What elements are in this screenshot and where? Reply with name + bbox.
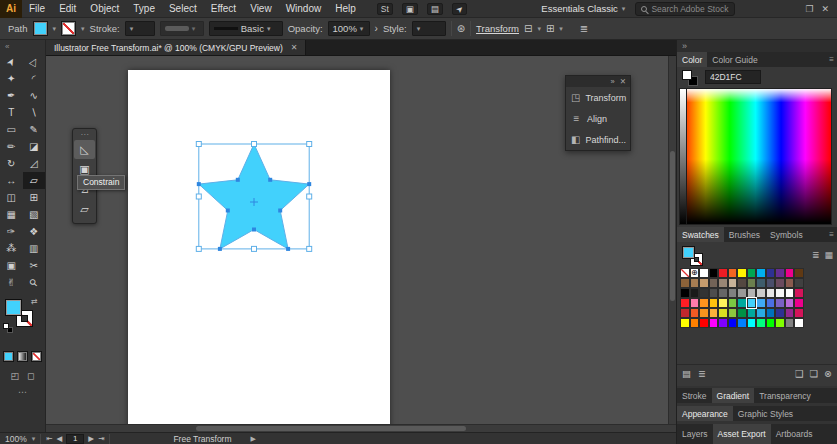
- toolbar-fill-swatch[interactable]: [5, 299, 22, 316]
- collapse-dock-icon[interactable]: »: [682, 41, 687, 51]
- swatch[interactable]: [747, 318, 757, 328]
- distribute-objects-icon[interactable]: ⊞: [546, 23, 554, 34]
- eyedropper-tool[interactable]: ✑: [0, 223, 23, 240]
- swatch[interactable]: [728, 288, 738, 298]
- swatch[interactable]: [747, 278, 757, 288]
- window-restore-icon[interactable]: ❐: [805, 4, 813, 14]
- swatch[interactable]: [737, 308, 747, 318]
- zoom-level[interactable]: 100%: [5, 434, 27, 444]
- gpu-performance-icon[interactable]: ➤: [452, 3, 467, 15]
- anchor-point[interactable]: [226, 209, 230, 213]
- swatch[interactable]: [709, 288, 719, 298]
- curvature-tool[interactable]: ∿: [23, 87, 46, 104]
- swatch[interactable]: [794, 308, 804, 318]
- collapse-panel-icon[interactable]: »: [611, 77, 615, 86]
- swatch[interactable]: [680, 298, 690, 308]
- color-spectrum[interactable]: [679, 88, 832, 225]
- gradient-tool[interactable]: ▧: [23, 206, 46, 223]
- swatch[interactable]: [709, 308, 719, 318]
- star-shape[interactable]: [199, 144, 309, 249]
- swatch[interactable]: [766, 318, 776, 328]
- selection-tool[interactable]: ➤: [0, 53, 23, 70]
- swatch[interactable]: [709, 318, 719, 328]
- list-view-icon[interactable]: ≣: [812, 250, 820, 260]
- column-graph-tool[interactable]: ▥: [23, 240, 46, 257]
- screen-mode-icon[interactable]: ◻: [27, 371, 34, 381]
- opacity-panel-arrow-icon[interactable]: ›: [375, 23, 378, 34]
- swatch[interactable]: [737, 278, 747, 288]
- swatch[interactable]: [709, 268, 719, 278]
- swatch[interactable]: [756, 288, 766, 298]
- swatch[interactable]: [699, 288, 709, 298]
- panel-tab-transparency[interactable]: Transparency: [754, 388, 816, 403]
- zoom-tool[interactable]: ⚲: [23, 274, 46, 291]
- pen-tool[interactable]: ✒: [0, 87, 23, 104]
- paintbrush-tool[interactable]: ✎: [23, 121, 46, 138]
- swatch[interactable]: [699, 268, 709, 278]
- swatch[interactable]: [785, 288, 795, 298]
- panel-tab-gradient[interactable]: Gradient: [712, 388, 755, 403]
- zoom-caret-icon[interactable]: ▾: [32, 435, 36, 443]
- swatch[interactable]: [747, 308, 757, 318]
- anchor-point[interactable]: [218, 247, 222, 251]
- swatch[interactable]: [718, 308, 728, 318]
- swatch[interactable]: [709, 298, 719, 308]
- swatch[interactable]: [775, 268, 785, 278]
- swatch[interactable]: [756, 268, 766, 278]
- swatch[interactable]: [690, 318, 700, 328]
- bbox-handle[interactable]: [307, 142, 312, 147]
- artboard-tool[interactable]: ▣: [0, 257, 23, 274]
- pencil-tool[interactable]: ✏: [0, 138, 23, 155]
- swatch[interactable]: [785, 278, 795, 288]
- swatch[interactable]: [728, 308, 738, 318]
- swatch[interactable]: [737, 288, 747, 298]
- opacity-select[interactable]: 100% ▾: [328, 21, 370, 36]
- panel-tab-appearance[interactable]: Appearance: [677, 406, 733, 421]
- swatch[interactable]: [766, 308, 776, 318]
- swatch[interactable]: [775, 298, 785, 308]
- stroke-caret-icon[interactable]: ▾: [81, 25, 85, 33]
- control-panel-menu-icon[interactable]: ≣: [580, 23, 588, 34]
- panel-tab-symbols[interactable]: Symbols: [765, 227, 808, 242]
- swatch[interactable]: [699, 298, 709, 308]
- swatch[interactable]: [794, 288, 804, 298]
- white-swatch[interactable]: [682, 70, 692, 80]
- bbox-handle[interactable]: [196, 142, 201, 147]
- symbol-sprayer-tool[interactable]: ⁂: [0, 240, 23, 257]
- mesh-tool[interactable]: ▦: [0, 206, 23, 223]
- swatch[interactable]: [785, 318, 795, 328]
- delete-swatch-icon[interactable]: ⊗: [824, 368, 832, 379]
- close-icon[interactable]: ✕: [620, 77, 626, 86]
- anchor-point[interactable]: [268, 178, 272, 182]
- swatch[interactable]: [766, 278, 776, 288]
- swatch[interactable]: [690, 298, 700, 308]
- chevron-down-icon[interactable]: ▾: [559, 25, 563, 33]
- workspace-switcher[interactable]: Essentials Classic ▾: [541, 3, 625, 14]
- menu-file[interactable]: File: [22, 0, 52, 18]
- width-profile-select[interactable]: ▾: [160, 21, 204, 36]
- swatch[interactable]: [737, 298, 747, 308]
- swatch[interactable]: [728, 268, 738, 278]
- close-icon[interactable]: ✕: [291, 43, 298, 52]
- style-select[interactable]: ▾: [412, 21, 446, 36]
- swap-fill-stroke-icon[interactable]: ⇄: [31, 297, 38, 306]
- panel-tab-stroke[interactable]: Stroke: [677, 388, 712, 403]
- slice-tool[interactable]: ✂: [23, 257, 46, 274]
- free-transform-tool[interactable]: ▱: [23, 172, 46, 189]
- swatch[interactable]: [766, 268, 776, 278]
- swatch[interactable]: [766, 288, 776, 298]
- transform-link[interactable]: Transform: [476, 23, 519, 34]
- swatch[interactable]: [690, 288, 700, 298]
- swatch-kinds-icon[interactable]: ≣: [698, 368, 706, 379]
- width-tool[interactable]: ↔: [0, 172, 23, 189]
- bbox-handle[interactable]: [252, 142, 257, 147]
- swatch[interactable]: [680, 288, 690, 298]
- swatch[interactable]: [690, 308, 700, 318]
- artboard-number-field[interactable]: [66, 434, 84, 444]
- hex-value-field[interactable]: [705, 70, 761, 84]
- quick-panel-item-transform[interactable]: ◳Transform: [566, 87, 630, 108]
- shape-builder-tool[interactable]: ◫: [0, 189, 23, 206]
- swatch[interactable]: [709, 278, 719, 288]
- anchor-point[interactable]: [197, 182, 201, 186]
- menu-type[interactable]: Type: [126, 0, 162, 18]
